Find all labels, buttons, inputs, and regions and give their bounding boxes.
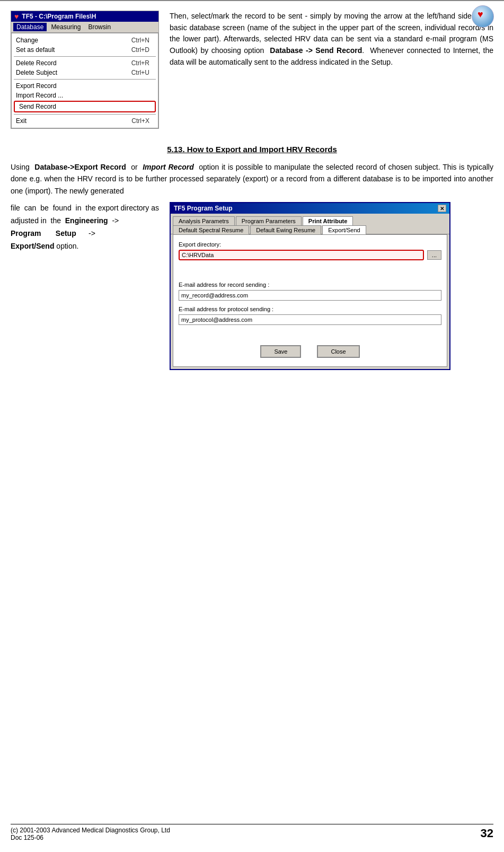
menu-item-exit-label: Exit — [16, 117, 26, 125]
heart-icon: ♥ — [14, 12, 19, 21]
close-button[interactable]: Close — [317, 345, 359, 358]
menu-item-import-record-label: Import Record ... — [16, 92, 63, 99]
menu-bar-database[interactable]: Database — [13, 23, 47, 31]
dialog-buttons: Save Close — [179, 341, 441, 360]
dialog-tab-export-send[interactable]: Export/Send — [322, 225, 366, 234]
menu-item-delete-subject[interactable]: Delete Subject Ctrl+U — [12, 68, 158, 77]
lower-right-dialog: TF5 Program Setup ✕ Analysis Parametrs P… — [170, 202, 493, 370]
export-directory-input[interactable] — [179, 250, 424, 260]
dialog-close-x-button[interactable]: ✕ — [438, 205, 446, 212]
engineering-label: Engineering — [65, 216, 108, 225]
dialog-tab-default-ewing[interactable]: Default Ewing Resume — [250, 225, 321, 234]
email-protocol-input[interactable] — [179, 314, 441, 325]
menu-item-export-record-label: Export Record — [16, 82, 57, 90]
footer-doc: Doc 125-06 — [11, 834, 170, 841]
menu-item-set-default-label: Set as default — [16, 46, 55, 54]
program-setup-label: Program Setup — [11, 229, 76, 238]
menu-item-import-record[interactable]: Import Record ... — [12, 91, 158, 100]
menu-item-delete-record-shortcut: Ctrl+R — [131, 59, 149, 67]
dialog-body: Export directory: ... E-mail address for… — [173, 234, 447, 367]
body-paragraph: Using Database->Export Record or Import … — [11, 161, 493, 197]
menu-item-delete-record[interactable]: Delete Record Ctrl+R — [12, 58, 158, 68]
dialog-tab-default-spectral[interactable]: Default Spectral Resume — [173, 225, 249, 234]
footer-left: (c) 2001-2003 Advanced Medical Diagnosti… — [11, 827, 170, 841]
menu-screenshot: ♥ TF5 - C:\Program Files\H Database Meas… — [11, 11, 159, 129]
dialog-window: TF5 Program Setup ✕ Analysis Parametrs P… — [170, 202, 450, 370]
body-export-bold: ->Export Record — [68, 163, 126, 171]
dialog-tab-program-params[interactable]: Program Parameters — [236, 216, 302, 225]
top-section: ♥ TF5 - C:\Program Files\H Database Meas… — [11, 11, 493, 129]
menu-item-change-label: Change — [16, 37, 38, 44]
export-send-label: Export/Send — [11, 242, 54, 250]
browse-button[interactable]: ... — [427, 250, 441, 260]
menu-bar-browsin[interactable]: Browsin — [85, 23, 114, 31]
menu-bar: Database Measuring Browsin — [11, 22, 158, 33]
email-record-input[interactable] — [179, 290, 441, 301]
dialog-tab-print-attribute[interactable]: Print Attribute — [303, 216, 353, 225]
body-database-bold: Database — [34, 163, 67, 171]
footer-page-number: 32 — [481, 827, 493, 841]
menu-item-export-record[interactable]: Export Record — [12, 81, 158, 91]
menu-item-delete-subject-shortcut: Ctrl+U — [131, 69, 149, 76]
lower-left-text: file can be found in the export director… — [11, 202, 159, 370]
email-protocol-label: E-mail address for protocol sending : — [179, 306, 441, 312]
email-protocol-row — [179, 314, 441, 325]
menu-item-set-default-shortcut: Ctrl+D — [131, 46, 149, 54]
menu-title-bar: ♥ TF5 - C:\Program Files\H — [11, 11, 158, 22]
menu-separator-3 — [14, 114, 156, 115]
dialog-tabs-row2: Default Spectral Resume Default Ewing Re… — [171, 225, 449, 234]
section-heading: 5.13. How to Export and Import HRV Recor… — [11, 145, 493, 154]
export-directory-label: Export directory: — [179, 241, 441, 248]
menu-item-send-record-label: Send Record — [19, 103, 56, 110]
dialog-tabs-row1: Analysis Parametrs Program Parameters Pr… — [171, 214, 449, 225]
menu-bar-measuring[interactable]: Measuring — [48, 23, 84, 31]
menu-dropdown: Change Ctrl+N Set as default Ctrl+D Dele… — [11, 33, 158, 128]
footer: (c) 2001-2003 Advanced Medical Diagnosti… — [11, 824, 493, 841]
menu-item-delete-subject-label: Delete Subject — [16, 69, 57, 76]
dialog-title-text: TF5 Program Setup — [174, 205, 233, 212]
dialog-title-bar: TF5 Program Setup ✕ — [171, 203, 449, 214]
lower-section: file can be found in the export director… — [11, 202, 493, 370]
footer-copyright: (c) 2001-2003 Advanced Medical Diagnosti… — [11, 827, 170, 834]
menu-item-set-default[interactable]: Set as default Ctrl+D — [12, 45, 158, 55]
export-directory-row: ... — [179, 250, 441, 260]
logo-icon — [472, 5, 494, 28]
top-border — [0, 0, 504, 1]
menu-item-exit[interactable]: Exit Ctrl+X — [12, 116, 158, 126]
email-record-row — [179, 290, 441, 301]
save-button[interactable]: Save — [260, 345, 301, 358]
menu-separator-2 — [14, 79, 156, 80]
email-record-label: E-mail address for record sending : — [179, 282, 441, 288]
body-import-bold-italic: Import Record — [143, 163, 194, 171]
menu-item-send-record[interactable]: Send Record — [14, 101, 156, 112]
menu-item-change[interactable]: Change Ctrl+N — [12, 36, 158, 45]
dialog-tab-analysis[interactable]: Analysis Parametrs — [173, 216, 235, 225]
menu-title-text: TF5 - C:\Program Files\H — [22, 13, 96, 20]
menu-item-delete-record-label: Delete Record — [16, 59, 57, 67]
menu-item-exit-shortcut: Ctrl+X — [131, 117, 149, 125]
logo-area — [467, 3, 499, 30]
menu-separator-1 — [14, 56, 156, 57]
menu-item-change-shortcut: Ctrl+N — [131, 37, 149, 44]
top-paragraph: Then, select/mark the record to be sent … — [170, 11, 493, 129]
